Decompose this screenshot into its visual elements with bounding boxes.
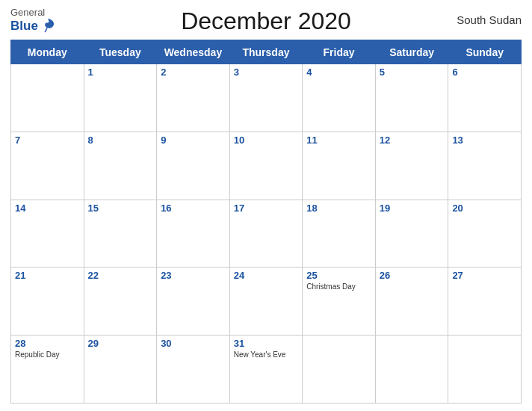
calendar-cell: 27 (448, 268, 522, 336)
date-number: 31 (234, 338, 299, 349)
calendar-cell: 21 (11, 268, 84, 336)
date-number: 30 (161, 338, 226, 349)
date-number: 24 (234, 270, 299, 281)
date-number: 4 (306, 67, 371, 78)
calendar-cell: 26 (375, 268, 448, 336)
date-number: 15 (88, 203, 153, 214)
country-label: South Sudan (457, 13, 522, 26)
date-number: 22 (88, 270, 153, 281)
date-number: 25 (306, 270, 371, 281)
date-number: 26 (380, 270, 445, 281)
calendar-cell: 22 (84, 268, 157, 336)
logo-general: General (10, 7, 45, 17)
date-number: 6 (452, 67, 517, 78)
calendar-cell: 14 (11, 200, 84, 268)
calendar-body: 0123456789101112131415161718192021222324… (11, 64, 522, 404)
calendar-cell: 8 (84, 132, 157, 200)
calendar-cell: 0 (11, 64, 84, 132)
logo-bird-icon (40, 17, 56, 34)
date-number: 1 (88, 67, 153, 78)
calendar-cell: 24 (229, 268, 303, 336)
calendar-title: December 2020 (181, 7, 351, 35)
calendar-cell: 28Republic Day (11, 336, 84, 404)
calendar-cell: 19 (375, 200, 448, 268)
date-number: 29 (88, 338, 153, 349)
calendar-cell: 16 (157, 200, 230, 268)
day-wednesday: Wednesday (157, 40, 230, 64)
date-number: 19 (380, 203, 445, 214)
day-monday: Monday (11, 40, 84, 64)
date-number: 16 (161, 203, 226, 214)
day-saturday: Saturday (375, 40, 448, 64)
date-number: 10 (234, 135, 299, 146)
date-number: 5 (380, 67, 445, 78)
calendar-cell: 18 (303, 200, 376, 268)
calendar-cell: 4 (303, 64, 376, 132)
calendar-cell: 15 (84, 200, 157, 268)
week-row-5: 28Republic Day293031New Year's Eve000 (11, 336, 522, 404)
date-number: 9 (161, 135, 226, 146)
calendar-cell: 9 (157, 132, 230, 200)
day-friday: Friday (303, 40, 376, 64)
date-number: 7 (15, 135, 80, 146)
date-number: 23 (161, 270, 226, 281)
week-row-2: 78910111213 (11, 132, 522, 200)
day-thursday: Thursday (229, 40, 303, 64)
calendar-table: Monday Tuesday Wednesday Thursday Friday… (10, 40, 522, 404)
date-number: 21 (15, 270, 80, 281)
week-row-1: 0123456 (11, 64, 522, 132)
calendar-cell: 2 (157, 64, 230, 132)
logo: General Blue (10, 7, 56, 34)
date-number: 0 (306, 338, 371, 349)
calendar-cell: 5 (375, 64, 448, 132)
calendar-cell: 17 (229, 200, 303, 268)
calendar-wrapper: General Blue December 2020 South Sudan M… (0, 0, 532, 411)
logo-blue: Blue (10, 19, 38, 32)
event-label: New Year's Eve (234, 350, 299, 359)
calendar-cell: 30 (157, 336, 230, 404)
calendar-cell: 6 (448, 64, 522, 132)
calendar-cell: 12 (375, 132, 448, 200)
calendar-cell: 13 (448, 132, 522, 200)
week-row-3: 14151617181920 (11, 200, 522, 268)
calendar-cell: 29 (84, 336, 157, 404)
day-sunday: Sunday (448, 40, 522, 64)
date-number: 20 (452, 203, 517, 214)
date-number: 2 (161, 67, 226, 78)
date-number: 13 (452, 135, 517, 146)
calendar-cell: 7 (11, 132, 84, 200)
calendar-cell: 1 (84, 64, 157, 132)
calendar-cell: 0 (375, 336, 448, 404)
date-number: 0 (380, 338, 445, 349)
date-number: 12 (380, 135, 445, 146)
date-number: 8 (88, 135, 153, 146)
calendar-cell: 0 (303, 336, 376, 404)
calendar-cell: 0 (448, 336, 522, 404)
calendar-cell: 3 (229, 64, 303, 132)
event-label: Christmas Day (306, 282, 371, 291)
date-number: 18 (306, 203, 371, 214)
date-number: 14 (15, 203, 80, 214)
date-number: 28 (15, 338, 80, 349)
date-number: 27 (452, 270, 517, 281)
calendar-cell: 31New Year's Eve (229, 336, 303, 404)
days-header-row: Monday Tuesday Wednesday Thursday Friday… (11, 40, 522, 64)
week-row-4: 2122232425Christmas Day2627 (11, 268, 522, 336)
date-number: 17 (234, 203, 299, 214)
date-number: 11 (306, 135, 371, 146)
date-number: 3 (234, 67, 299, 78)
day-tuesday: Tuesday (84, 40, 157, 64)
calendar-cell: 11 (303, 132, 376, 200)
calendar-cell: 23 (157, 268, 230, 336)
event-label: Republic Day (15, 350, 80, 359)
date-number: 0 (452, 338, 517, 349)
calendar-cell: 10 (229, 132, 303, 200)
calendar-cell: 25Christmas Day (303, 268, 376, 336)
calendar-header: General Blue December 2020 South Sudan (10, 7, 522, 35)
date-number: 0 (15, 67, 80, 78)
calendar-cell: 20 (448, 200, 522, 268)
